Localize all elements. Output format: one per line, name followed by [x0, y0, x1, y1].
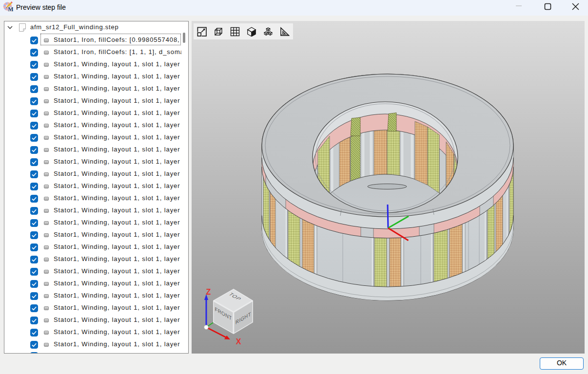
svg-text:M: M: [8, 6, 13, 12]
svg-text:Z: Z: [206, 288, 211, 296]
svg-text:X: X: [236, 337, 241, 346]
